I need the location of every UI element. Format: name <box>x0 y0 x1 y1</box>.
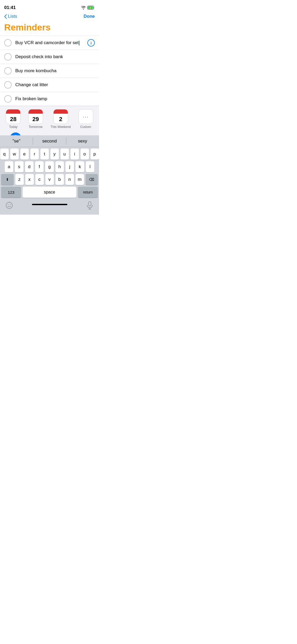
date-option-weekend[interactable]: 2 This Weekend <box>51 109 71 129</box>
key-o[interactable]: o <box>81 149 89 160</box>
key-p[interactable]: p <box>91 149 99 160</box>
info-button[interactable]: i <box>87 39 95 47</box>
key-z[interactable]: z <box>15 174 24 185</box>
reminders-list: Buy VCR and camcorder for set i Deposit … <box>0 36 99 106</box>
key-f[interactable]: f <box>35 161 44 172</box>
suggestion-left[interactable]: "se" <box>0 136 33 146</box>
weekend-label: This Weekend <box>51 125 71 129</box>
reminder-item: Buy more kombucha <box>0 64 99 78</box>
key-b[interactable]: b <box>55 174 64 185</box>
svg-text:⚡: ⚡ <box>89 6 92 10</box>
back-button[interactable]: Lists <box>4 14 17 19</box>
done-button[interactable]: Done <box>84 14 95 19</box>
suggestions-bar: "se" second sexy <box>0 135 99 147</box>
key-l[interactable]: l <box>86 161 94 172</box>
keyboard-row-4: 123 space return <box>0 185 99 199</box>
status-time: 01:41 <box>4 5 16 10</box>
today-number: 28 <box>10 116 16 124</box>
status-bar: 01:41 ⚡ <box>0 0 99 12</box>
date-options: 28 Today 29 Tomorrow 2 This Weekend ··· … <box>2 109 97 129</box>
reminder-checkbox[interactable] <box>4 53 12 61</box>
home-indicator <box>32 204 67 205</box>
key-s[interactable]: s <box>15 161 23 172</box>
calendar-header <box>6 109 20 114</box>
reminder-item: Change cat litter <box>0 78 99 92</box>
reminder-checkbox[interactable] <box>4 39 12 47</box>
reminder-checkbox[interactable] <box>4 67 12 75</box>
calendar-header <box>54 109 68 114</box>
reminder-item: Deposit check into bank <box>0 50 99 64</box>
calendar-header <box>29 109 43 114</box>
keyboard-row-2: a s d f g h j k l <box>0 160 99 172</box>
tomorrow-calendar-icon: 29 <box>28 109 43 124</box>
keyboard-row-3: ⬆ z x c v b n m ⌫ <box>0 172 99 185</box>
reminder-item: Buy VCR and camcorder for set i <box>0 36 99 50</box>
today-calendar-icon: 28 <box>6 109 21 124</box>
weekend-number: 2 <box>59 116 62 124</box>
key-j[interactable]: j <box>65 161 74 172</box>
key-e[interactable]: e <box>20 149 29 160</box>
date-option-tomorrow[interactable]: 29 Tomorrow <box>28 109 43 129</box>
back-label: Lists <box>8 14 17 19</box>
keyboard-bottom-bar <box>0 199 99 215</box>
today-label: Today <box>9 125 17 129</box>
delete-key[interactable]: ⌫ <box>86 174 98 185</box>
key-r[interactable]: r <box>30 149 39 160</box>
mic-button[interactable] <box>86 201 94 209</box>
key-u[interactable]: u <box>60 149 69 160</box>
reminder-text: Fix broken lamp <box>15 96 95 102</box>
reminder-text: Buy more kombucha <box>15 68 95 73</box>
key-g[interactable]: g <box>45 161 54 172</box>
nav-bar: Lists Done <box>0 12 99 20</box>
key-h[interactable]: h <box>55 161 64 172</box>
shift-key[interactable]: ⬆ <box>1 174 14 185</box>
key-a[interactable]: a <box>5 161 13 172</box>
reminder-text: Buy VCR and camcorder for set <box>15 40 84 45</box>
key-t[interactable]: t <box>40 149 49 160</box>
wifi-icon <box>81 6 86 10</box>
key-n[interactable]: n <box>65 174 74 185</box>
date-option-custom[interactable]: ··· Custom <box>78 109 93 129</box>
key-q[interactable]: q <box>0 149 9 160</box>
date-option-today[interactable]: 28 Today <box>6 109 21 129</box>
weekend-calendar-icon: 2 <box>53 109 68 124</box>
key-v[interactable]: v <box>45 174 54 185</box>
key-c[interactable]: c <box>35 174 44 185</box>
key-m[interactable]: m <box>76 174 84 185</box>
key-k[interactable]: k <box>76 161 84 172</box>
keyboard-row-1: q w e r t y u i o p <box>0 147 99 160</box>
reminder-checkbox[interactable] <box>4 81 12 89</box>
space-key[interactable]: space <box>23 187 76 198</box>
numbers-key[interactable]: 123 <box>1 187 21 198</box>
emoji-icon <box>6 202 13 209</box>
suggestion-middle[interactable]: second <box>33 136 66 146</box>
key-y[interactable]: y <box>50 149 59 160</box>
tomorrow-number: 29 <box>32 116 39 124</box>
reminder-text: Deposit check into bank <box>15 54 95 59</box>
chevron-left-icon <box>4 14 7 19</box>
emoji-button[interactable] <box>5 201 13 209</box>
reminder-checkbox[interactable] <box>4 95 12 103</box>
battery-icon: ⚡ <box>87 6 95 10</box>
reminder-text: Change cat litter <box>15 82 95 88</box>
microphone-icon <box>86 201 93 209</box>
status-icons: ⚡ <box>81 6 95 10</box>
return-key[interactable]: return <box>78 187 98 198</box>
svg-rect-1 <box>94 7 94 9</box>
tomorrow-label: Tomorrow <box>29 125 43 129</box>
page-title: Reminders <box>0 20 99 36</box>
svg-point-9 <box>10 204 11 205</box>
svg-point-7 <box>6 202 12 209</box>
keyboard: "se" second sexy q w e r t y u i o p a s… <box>0 135 99 215</box>
text-cursor <box>79 41 79 45</box>
svg-rect-10 <box>88 202 91 206</box>
custom-label: Custom <box>80 125 91 129</box>
suggestion-right[interactable]: sexy <box>66 136 99 146</box>
reminder-item: Fix broken lamp <box>0 92 99 106</box>
key-i[interactable]: i <box>70 149 79 160</box>
key-w[interactable]: w <box>10 149 19 160</box>
svg-point-8 <box>8 204 9 205</box>
key-x[interactable]: x <box>25 174 34 185</box>
custom-icon: ··· <box>78 109 93 124</box>
key-d[interactable]: d <box>25 161 34 172</box>
